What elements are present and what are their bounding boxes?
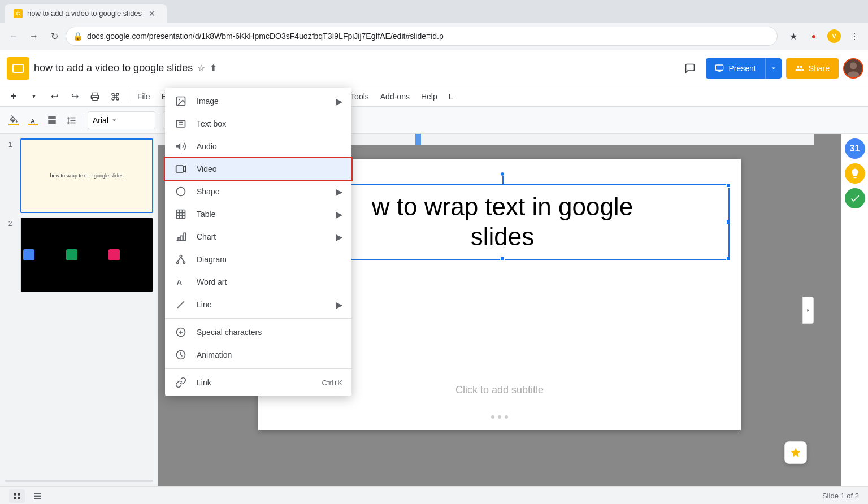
svg-rect-2 — [716, 65, 723, 70]
print-button[interactable] — [86, 88, 104, 106]
insert-chart-item[interactable]: Chart ▶ — [165, 225, 351, 248]
address-bar[interactable]: 🔒 docs.google.com/presentation/d/1k8Wbm-… — [66, 27, 778, 46]
profile-button[interactable]: V — [825, 27, 843, 45]
present-icon — [715, 64, 724, 73]
image-svg-icon — [175, 95, 186, 107]
insert-diagram-item[interactable]: Diagram — [165, 248, 351, 271]
insert-audio-item[interactable]: Audio — [165, 135, 351, 158]
format-paint-button[interactable] — [106, 88, 124, 106]
doc-title[interactable]: how to add a video to google slides — [34, 62, 193, 74]
bookmark-button[interactable]: ★ — [784, 27, 802, 45]
calendar-sidebar-icon[interactable]: 31 — [845, 138, 865, 159]
text-color-button[interactable] — [24, 111, 42, 129]
expand-panel-button[interactable] — [802, 297, 814, 324]
svg-rect-14 — [18, 497, 20, 499]
refresh-button[interactable]: ↻ — [45, 27, 63, 45]
font-selector[interactable]: Arial — [88, 111, 155, 129]
back-button[interactable]: ← — [5, 27, 23, 45]
handle-mb[interactable] — [500, 257, 505, 261]
align-button[interactable] — [43, 111, 61, 129]
insert-table-item[interactable]: Table ▶ — [165, 203, 351, 225]
present-dropdown-button[interactable] — [765, 58, 782, 79]
menu-addons[interactable]: Add-ons — [375, 89, 415, 105]
grid-view-button[interactable] — [29, 489, 45, 503]
slide-2-preview[interactable] — [20, 218, 153, 292]
line-label: Line — [197, 300, 327, 309]
slide-thumb-2[interactable]: 2 — [5, 218, 153, 292]
star-icon[interactable]: ☆ — [197, 63, 205, 73]
bulb-sidebar-icon[interactable] — [845, 163, 865, 184]
forward-button[interactable]: → — [25, 27, 43, 45]
slides-logo-icon — [11, 62, 25, 75]
add-button[interactable]: + — [5, 88, 23, 106]
menu-file[interactable]: File — [132, 89, 156, 105]
text-color-icon — [28, 115, 38, 125]
add-dropdown-button[interactable]: ▼ — [25, 88, 43, 106]
ai-help-button[interactable] — [784, 441, 807, 464]
comment-button[interactable] — [679, 57, 701, 80]
check-sidebar-icon[interactable] — [845, 188, 865, 208]
slide-navigation-dots — [491, 415, 508, 419]
menu-accessibility[interactable]: L — [443, 89, 459, 105]
slide-1-number: 1 — [5, 138, 16, 149]
insert-shape-item[interactable]: Shape ▶ — [165, 180, 351, 203]
svg-rect-13 — [14, 497, 16, 499]
handle-br[interactable] — [726, 257, 731, 261]
fill-color-icon — [8, 115, 19, 125]
svg-line-42 — [177, 301, 184, 308]
list-view-button[interactable] — [9, 489, 25, 503]
formatting-toolbar: Arial 52 ••• — [0, 107, 868, 134]
align-icon — [47, 115, 57, 125]
line-svg-icon — [175, 299, 186, 310]
special-chars-svg-icon — [175, 327, 186, 338]
toolbar-divider-3 — [159, 114, 159, 127]
slide-1-preview[interactable]: how to wrap text in google slides — [20, 138, 153, 213]
line-spacing-button[interactable] — [62, 111, 80, 129]
link-icon — [174, 376, 188, 389]
insert-animation-item[interactable]: Animation — [165, 344, 351, 366]
rotation-handle[interactable] — [500, 172, 505, 176]
chevron-down-icon — [770, 65, 777, 72]
shape-arrow: ▶ — [336, 186, 342, 197]
insert-line-item[interactable]: Line ▶ — [165, 293, 351, 316]
svg-rect-32 — [184, 233, 185, 240]
slide-thumb-1[interactable]: 1 how to wrap text in google slides — [5, 138, 153, 213]
toolbar-quick-buttons: + ▼ ↩ ↪ — [5, 88, 124, 106]
redo-button[interactable]: ↪ — [66, 88, 84, 106]
active-tab[interactable]: G how to add a video to google slides ✕ — [5, 4, 167, 23]
slide-counter: Slide 1 of 2 — [822, 492, 859, 500]
menu-divider-2 — [165, 368, 351, 369]
present-button[interactable]: Present — [706, 58, 765, 79]
paint-fill-button[interactable] — [5, 111, 23, 129]
svg-line-39 — [177, 257, 181, 262]
insert-video-item[interactable]: Video — [165, 158, 351, 180]
tab-close-button[interactable]: ✕ — [146, 8, 158, 19]
dot-3 — [505, 415, 508, 419]
cloud-icon[interactable]: ⬆ — [210, 63, 217, 73]
handle-tr[interactable] — [726, 183, 731, 188]
menu-button[interactable]: ⋮ — [845, 27, 863, 45]
undo-button[interactable]: ↩ — [45, 88, 63, 106]
user-avatar[interactable] — [843, 58, 863, 79]
bottom-left — [9, 489, 45, 503]
bottom-bar: Slide 1 of 2 — [0, 486, 868, 504]
insert-dropdown-menu[interactable]: Image ▶ Text box Audio — [165, 88, 351, 396]
insert-special-chars-item[interactable]: Special characters — [165, 321, 351, 344]
svg-point-38 — [183, 262, 185, 263]
insert-textbox-item[interactable]: Text box — [165, 112, 351, 135]
tab-favicon: G — [14, 9, 23, 18]
insert-image-item[interactable]: Image ▶ — [165, 90, 351, 112]
audio-icon — [174, 140, 188, 153]
insert-wordart-item[interactable]: A Word art — [165, 271, 351, 293]
subtitle-placeholder[interactable]: Click to add subtitle — [292, 384, 707, 396]
insert-link-item[interactable]: Link Ctrl+K — [165, 371, 351, 394]
toolbar-divider-1 — [128, 90, 128, 103]
ai-button-inner[interactable] — [784, 441, 807, 464]
menu-help[interactable]: Help — [415, 89, 443, 105]
svg-rect-17 — [34, 498, 41, 499]
share-button[interactable]: Share — [786, 58, 839, 79]
link-shortcut: Ctrl+K — [322, 379, 342, 387]
handle-mr[interactable] — [726, 220, 731, 224]
svg-rect-1 — [14, 65, 23, 72]
extensions-button[interactable]: ● — [805, 27, 823, 45]
